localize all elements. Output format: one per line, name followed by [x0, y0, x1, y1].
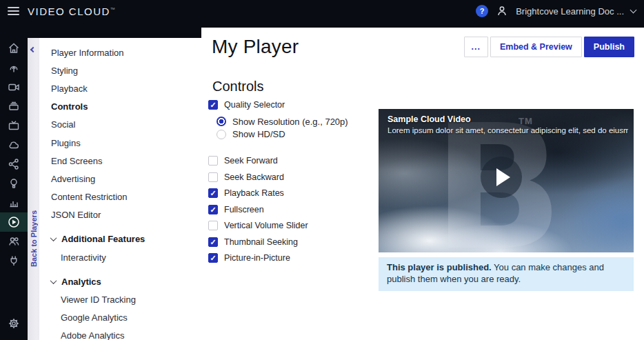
radio-show-hd-sd[interactable]: Show HD/SD: [217, 129, 377, 139]
option-label: Vertical Volume Slider: [224, 221, 308, 230]
checkbox-checked-icon: ✓: [208, 253, 218, 263]
nav-item-json-editor[interactable]: JSON Editor: [51, 206, 201, 224]
media-library-icon[interactable]: [0, 97, 28, 116]
video-preview[interactable]: B TM Sample Cloud Video Lorem ipsum dolo…: [379, 109, 634, 252]
nav-item-google-analytics[interactable]: Google Analytics: [51, 309, 201, 327]
play-icon: [496, 168, 510, 186]
checkbox-thumbnail-seeking[interactable]: ✓Thumbnail Seeking: [208, 237, 377, 247]
radio-unchecked-icon: [217, 130, 226, 139]
video-title: Sample Cloud Video: [388, 114, 471, 124]
nav-item-plugins[interactable]: Plugins: [51, 134, 201, 152]
trademark-mark: ™: [110, 7, 115, 12]
players-icon[interactable]: [0, 212, 28, 232]
more-actions-button[interactable]: ...: [464, 37, 488, 57]
option-label: Fullscreen: [224, 205, 264, 214]
controls-options: ✓Quality SelectorShow Resolution (e.g., …: [208, 100, 377, 270]
radio-checked-icon: [217, 117, 226, 126]
checkbox-seek-forward[interactable]: Seek Forward: [208, 156, 377, 166]
nav-item-interactivity[interactable]: Interactivity: [51, 248, 201, 266]
nav-item-label: JSON Editor: [51, 210, 101, 220]
nav-item-viewer-id-tracking[interactable]: Viewer ID Tracking: [51, 290, 201, 308]
checkbox-seek-backward[interactable]: Seek Backward: [208, 172, 377, 182]
nav-item-label: Content Restriction: [51, 192, 128, 202]
checkbox-checked-icon: ✓: [208, 100, 218, 110]
tv-icon[interactable]: [0, 116, 28, 135]
option-label: Picture-in-Picture: [224, 253, 290, 263]
nav-item-adobe-analytics[interactable]: Adobe Analytics: [51, 327, 201, 340]
checkbox-picture-in-picture[interactable]: ✓Picture-in-Picture: [208, 253, 377, 263]
nav-item-end-screens[interactable]: End Screens: [51, 152, 201, 170]
nav-item-styling[interactable]: Styling: [51, 61, 201, 79]
share-icon[interactable]: [0, 154, 28, 174]
nav-item-label: Additional Features: [61, 234, 145, 244]
option-label: Seek Forward: [224, 156, 278, 166]
nav-item-advertising[interactable]: Advertising: [51, 170, 201, 188]
account-chevron-down-icon[interactable]: [630, 7, 637, 14]
nav-item-analytics[interactable]: Analytics: [51, 272, 201, 290]
plugin-icon[interactable]: [0, 251, 28, 270]
nav-item-label: Viewer ID Tracking: [61, 294, 136, 305]
back-to-players-rail[interactable]: Back to Players: [28, 38, 39, 340]
nav-item-label: Controls: [51, 101, 88, 112]
video-cloud-logo: VIDEO CLOUD™: [28, 6, 115, 17]
checkbox-vertical-volume-slider[interactable]: Vertical Volume Slider: [208, 221, 377, 230]
publish-button[interactable]: Publish: [584, 37, 634, 57]
settings-nav: Player InformationStylingPlaybackControl…: [39, 38, 201, 340]
published-notice: This player is published. You can make c…: [379, 257, 634, 291]
nav-item-label: Advertising: [51, 174, 95, 184]
collapse-chevron-left-icon[interactable]: [30, 47, 36, 52]
checkbox-playback-rates[interactable]: ✓Playback Rates: [208, 188, 377, 198]
checkbox-quality-selector[interactable]: ✓Quality Selector: [208, 100, 377, 110]
nav-item-label: Interactivity: [61, 252, 106, 263]
option-label: Playback Rates: [224, 188, 284, 198]
nav-item-label: End Screens: [51, 156, 102, 166]
upload-icon[interactable]: [0, 58, 28, 77]
nav-item-label: Adobe Analytics: [61, 330, 125, 340]
cloud-icon[interactable]: [0, 135, 28, 154]
home-icon[interactable]: [0, 39, 28, 58]
checkbox-checked-icon: ✓: [208, 237, 218, 247]
beacon-icon[interactable]: [0, 174, 28, 193]
checkbox-checked-icon: ✓: [208, 205, 218, 214]
back-to-players-label[interactable]: Back to Players: [30, 210, 38, 267]
option-label: Show Resolution (e.g., 720p): [232, 117, 348, 127]
nav-item-controls[interactable]: Controls: [51, 98, 201, 116]
nav-item-label: Social: [51, 119, 75, 130]
checkbox-unchecked-icon: [208, 156, 218, 166]
nav-item-social[interactable]: Social: [51, 116, 201, 134]
checkbox-fullscreen[interactable]: ✓Fullscreen: [208, 205, 377, 214]
page-header: My Player ... Embed & Preview Publish: [201, 28, 644, 58]
users-icon[interactable]: [0, 232, 28, 251]
chevron-down-icon: [50, 277, 57, 284]
page-title: My Player: [212, 36, 299, 58]
module-rail: [0, 22, 28, 340]
controls-section-title: Controls: [212, 79, 644, 94]
checkbox-unchecked-icon: [208, 172, 218, 182]
nav-item-additional-features[interactable]: Additional Features: [51, 230, 201, 248]
embed-preview-button[interactable]: Embed & Preview: [490, 37, 582, 57]
nav-item-playback[interactable]: Playback: [51, 79, 201, 97]
user-avatar-icon[interactable]: [495, 4, 509, 18]
option-label: Thumbnail Seeking: [224, 237, 298, 247]
nav-item-content-restriction[interactable]: Content Restriction: [51, 188, 201, 206]
analytics-bars-icon[interactable]: [0, 193, 28, 212]
checkbox-unchecked-icon: [208, 221, 218, 230]
nav-item-label: Player Information: [51, 48, 124, 58]
published-notice-bold: This player is published.: [387, 262, 492, 272]
gear-icon[interactable]: [0, 314, 28, 333]
play-button[interactable]: [481, 157, 522, 198]
nav-item-label: Plugins: [51, 138, 81, 148]
video-camera-icon[interactable]: [0, 77, 28, 97]
hamburger-menu-icon[interactable]: [3, 3, 23, 19]
option-label: Seek Backward: [224, 172, 284, 182]
account-menu[interactable]: Brightcove Learning Doc ...: [516, 6, 624, 17]
option-label: Show HD/SD: [232, 129, 285, 139]
nav-item-player-information[interactable]: Player Information: [51, 43, 201, 61]
checkbox-checked-icon: ✓: [208, 188, 218, 198]
main-content: My Player ... Embed & Preview Publish Co…: [201, 28, 644, 340]
help-icon[interactable]: ?: [476, 5, 488, 17]
nav-item-label: Analytics: [61, 277, 101, 287]
radio-show-resolution-e-g-720p[interactable]: Show Resolution (e.g., 720p): [217, 117, 377, 127]
app-window: VIDEO CLOUD™ ? Brightcove Learning Doc .…: [0, 0, 644, 340]
video-description: Lorem ipsum dolor sit amet, consectetur …: [388, 126, 628, 134]
